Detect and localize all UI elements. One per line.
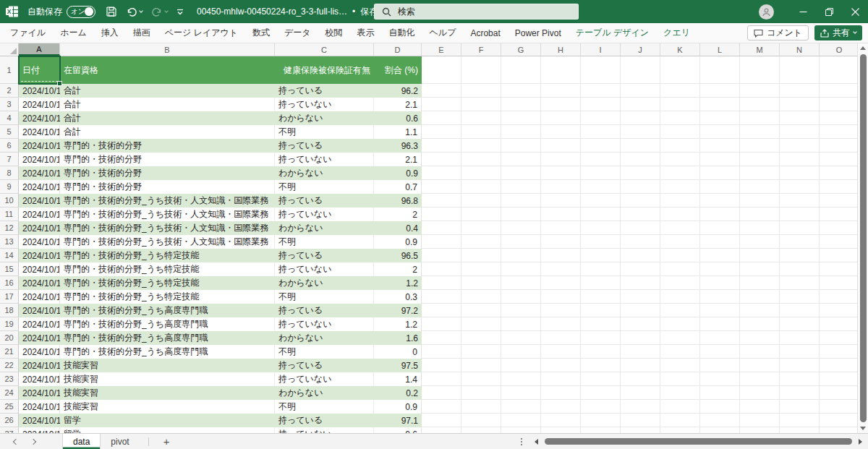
sheet-nav-left-icon[interactable] <box>7 434 25 449</box>
cell-B17[interactable]: 専門的・技術的分野_うち特定技能 <box>60 290 275 304</box>
ribbon-tab-挿入[interactable]: 挿入 <box>94 23 126 43</box>
ribbon-tab-ホーム[interactable]: ホーム <box>53 23 94 43</box>
column-header-C[interactable]: C <box>275 43 374 56</box>
cell-D2[interactable]: 96.2 <box>374 84 422 98</box>
ribbon-tab-ヘルプ[interactable]: ヘルプ <box>422 23 464 43</box>
cell-A20[interactable]: 2024/10/1 <box>19 331 60 345</box>
cell-D18[interactable]: 97.2 <box>374 304 422 317</box>
row-header-4[interactable]: 4 <box>0 111 19 125</box>
cell-A25[interactable]: 2024/10/1 <box>19 400 60 414</box>
row-header-17[interactable]: 17 <box>0 290 19 304</box>
undo-button[interactable] <box>126 7 142 17</box>
column-header-F[interactable]: F <box>461 43 501 56</box>
cell-D12[interactable]: 0.4 <box>374 221 422 235</box>
row-header-7[interactable]: 7 <box>0 153 19 166</box>
row-header-16[interactable]: 16 <box>0 276 19 290</box>
cell-C18[interactable]: 持っている <box>275 304 374 317</box>
ribbon-tab-クエリ[interactable]: クエリ <box>656 23 697 43</box>
cell-C15[interactable]: 持っていない <box>275 262 374 276</box>
cell-A7[interactable]: 2024/10/1 <box>19 153 60 166</box>
vscroll-down-icon[interactable] <box>860 424 866 433</box>
empty-cells[interactable] <box>422 317 857 331</box>
add-sheet-button[interactable]: + <box>158 435 176 448</box>
cell-C24[interactable]: わからない <box>275 386 374 400</box>
cell-C8[interactable]: わからない <box>275 166 374 180</box>
cell-D14[interactable]: 96.5 <box>374 249 422 262</box>
empty-cells[interactable] <box>422 111 857 125</box>
cell-A2[interactable]: 2024/10/1 <box>19 84 60 98</box>
cell-C4[interactable]: わからない <box>275 111 374 125</box>
share-button[interactable]: 共有 <box>814 25 862 40</box>
empty-cells[interactable] <box>422 139 857 153</box>
cell-A24[interactable]: 2024/10/1 <box>19 386 60 400</box>
cell-D8[interactable]: 0.9 <box>374 166 422 180</box>
cell-D6[interactable]: 96.3 <box>374 139 422 153</box>
empty-cells[interactable] <box>422 345 857 359</box>
cell-B15[interactable]: 専門的・技術的分野_うち特定技能 <box>60 262 275 276</box>
cell-C7[interactable]: 持っていない <box>275 153 374 166</box>
row-header-23[interactable]: 23 <box>0 372 19 386</box>
empty-cells[interactable] <box>422 386 857 400</box>
sheet-tab-pivot[interactable]: pivot <box>101 434 139 449</box>
row-header-13[interactable]: 13 <box>0 235 19 249</box>
cell-D19[interactable]: 1.2 <box>374 317 422 331</box>
cell-B7[interactable]: 専門的・技術的分野 <box>60 153 275 166</box>
ribbon-tab-自動化[interactable]: 自動化 <box>382 23 422 43</box>
row-header-15[interactable]: 15 <box>0 262 19 276</box>
hscroll-thumb[interactable] <box>545 438 852 445</box>
cell-B4[interactable]: 合計 <box>60 111 275 125</box>
empty-cells[interactable] <box>422 400 857 414</box>
sheet-nav-right-icon[interactable] <box>25 434 42 449</box>
undo-dropdown-icon[interactable] <box>139 9 143 13</box>
ribbon-tab-表示[interactable]: 表示 <box>350 23 382 43</box>
cell-B5[interactable]: 合計 <box>60 125 275 139</box>
cell-D17[interactable]: 0.3 <box>374 290 422 304</box>
cell-B18[interactable]: 専門的・技術的分野_うち高度専門職 <box>60 304 275 317</box>
cell-D22[interactable]: 97.5 <box>374 359 422 372</box>
cell-D26[interactable]: 97.1 <box>374 414 422 427</box>
cell-A3[interactable]: 2024/10/1 <box>19 98 60 111</box>
ribbon-tab-ファイル[interactable]: ファイル <box>3 23 53 43</box>
cell-A16[interactable]: 2024/10/1 <box>19 276 60 290</box>
cell-B13[interactable]: 専門的・技術的分野_うち技術・人文知識・国際業務 <box>60 235 275 249</box>
empty-cells[interactable] <box>422 262 857 276</box>
hscroll-left-icon[interactable] <box>535 439 538 445</box>
cell-A17[interactable]: 2024/10/1 <box>19 290 60 304</box>
cell-C19[interactable]: 持っていない <box>275 317 374 331</box>
cell-B6[interactable]: 専門的・技術的分野 <box>60 139 275 153</box>
ribbon-tab-Acrobat[interactable]: Acrobat <box>463 23 507 43</box>
column-header-J[interactable]: J <box>621 43 660 56</box>
column-header-M[interactable]: M <box>740 43 780 56</box>
cell-D24[interactable]: 0.2 <box>374 386 422 400</box>
vertical-scrollbar[interactable] <box>857 43 868 433</box>
cell-B2[interactable]: 合計 <box>60 84 275 98</box>
cell-B8[interactable]: 専門的・技術的分野 <box>60 166 275 180</box>
cell-C20[interactable]: わからない <box>275 331 374 345</box>
cell-A27[interactable]: 2024/10/1 <box>19 427 60 433</box>
cell-B22[interactable]: 技能実習 <box>60 359 275 372</box>
avatar[interactable] <box>759 4 774 20</box>
empty-cells[interactable] <box>422 98 857 111</box>
comments-button[interactable]: コメント <box>747 25 809 40</box>
row-header-11[interactable]: 11 <box>0 208 19 221</box>
row-header-9[interactable]: 9 <box>0 180 19 194</box>
ribbon-tab-ページ レイアウト[interactable]: ページ レイアウト <box>158 23 245 43</box>
cell-D4[interactable]: 0.6 <box>374 111 422 125</box>
cell-D16[interactable]: 1.2 <box>374 276 422 290</box>
cell-A1[interactable]: 日付 <box>19 56 60 84</box>
cell-B23[interactable]: 技能実習 <box>60 372 275 386</box>
cell-B16[interactable]: 専門的・技術的分野_うち特定技能 <box>60 276 275 290</box>
cell-B19[interactable]: 専門的・技術的分野_うち高度専門職 <box>60 317 275 331</box>
cell-C13[interactable]: 不明 <box>275 235 374 249</box>
row-header-22[interactable]: 22 <box>0 359 19 372</box>
empty-cells[interactable] <box>422 208 857 221</box>
column-header-A[interactable]: A <box>19 43 60 56</box>
empty-cells[interactable] <box>422 221 857 235</box>
search-input[interactable]: 検索 <box>374 4 579 20</box>
empty-cells[interactable] <box>422 290 857 304</box>
empty-cells[interactable] <box>422 276 857 290</box>
cell-C14[interactable]: 持っている <box>275 249 374 262</box>
row-header-14[interactable]: 14 <box>0 249 19 262</box>
cell-D3[interactable]: 2.1 <box>374 98 422 111</box>
cell-B21[interactable]: 専門的・技術的分野_うち高度専門職 <box>60 345 275 359</box>
